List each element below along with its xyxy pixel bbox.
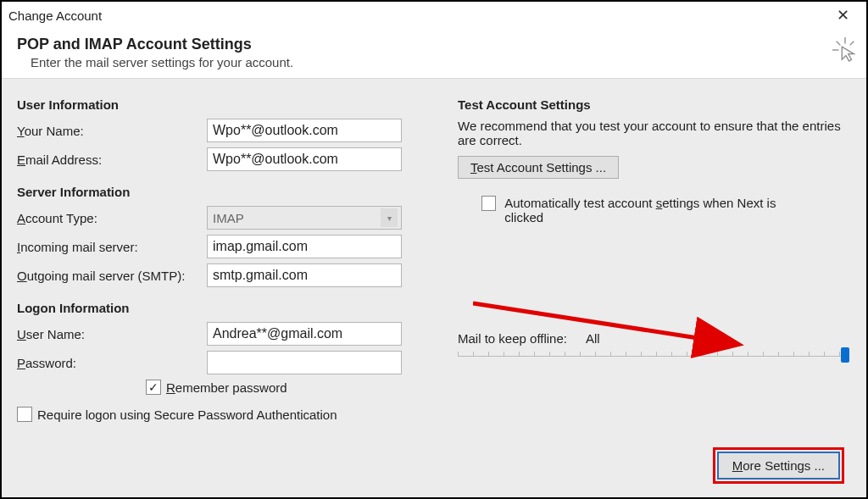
your-name-input[interactable] — [207, 119, 402, 142]
user-information-heading: User Information — [17, 97, 424, 112]
your-name-label: Your Name: — [17, 124, 207, 138]
mail-offline-slider[interactable] — [458, 351, 851, 358]
cursor-click-icon — [832, 37, 858, 63]
close-icon: ✕ — [837, 6, 849, 25]
mail-offline-area: Mail to keep offline: All — [458, 331, 851, 358]
account-type-label: Account Type: — [17, 211, 207, 225]
left-column: User Information Your Name: Email Addres… — [17, 94, 424, 491]
password-label: Password: — [17, 356, 207, 370]
window-title: Change Account — [8, 8, 826, 23]
remember-password-label: Remember password — [166, 380, 287, 395]
close-button[interactable]: ✕ — [826, 5, 860, 25]
page-subtitle: Enter the mail server settings for your … — [31, 55, 851, 69]
email-label: Email Address: — [17, 152, 207, 167]
auto-test-row[interactable]: Automatically test account settings when… — [481, 196, 804, 225]
remember-password-checkbox[interactable]: ✓ — [146, 380, 161, 395]
mail-offline-value: All — [586, 331, 600, 346]
your-name-row: Your Name: — [17, 119, 424, 142]
mail-offline-label: Mail to keep offline: — [458, 331, 567, 346]
account-type-value: IMAP — [213, 211, 381, 225]
incoming-server-input[interactable] — [207, 235, 402, 258]
dialog-body: User Information Your Name: Email Addres… — [2, 79, 866, 497]
test-settings-heading: Test Account Settings — [458, 97, 851, 112]
header-area: POP and IMAP Account Settings Enter the … — [2, 29, 866, 78]
outgoing-server-input[interactable] — [207, 263, 402, 287]
account-type-row: Account Type: IMAP ▾ — [17, 206, 424, 230]
account-type-select: IMAP ▾ — [207, 206, 402, 230]
remember-password-row[interactable]: ✓ Remember password — [146, 380, 424, 395]
password-input[interactable] — [207, 351, 402, 374]
slider-thumb[interactable] — [841, 347, 849, 363]
spa-label: Require logon using Secure Password Auth… — [37, 408, 337, 422]
password-row: Password: — [17, 351, 424, 374]
spa-checkbox[interactable] — [17, 407, 32, 422]
username-label: User Name: — [17, 327, 207, 341]
more-settings-highlight: More Settings ... — [713, 447, 844, 484]
spa-row[interactable]: Require logon using Secure Password Auth… — [17, 407, 424, 422]
incoming-server-label: Incoming mail server: — [17, 240, 207, 254]
outgoing-server-label: Outgoing mail server (SMTP): — [17, 269, 207, 283]
auto-test-label: Automatically test account settings when… — [504, 196, 804, 225]
change-account-window: Change Account ✕ POP and IMAP Account Se… — [0, 0, 868, 499]
annotation-arrow — [473, 278, 846, 363]
test-settings-text: We recommend that you test your account … — [458, 119, 851, 147]
email-input[interactable] — [207, 147, 402, 171]
right-column: Test Account Settings We recommend that … — [458, 94, 851, 491]
slider-ticks — [458, 352, 844, 357]
chevron-down-icon: ▾ — [381, 208, 398, 227]
email-row: Email Address: — [17, 147, 424, 171]
svg-line-3 — [850, 42, 854, 46]
logon-information-heading: Logon Information — [17, 301, 424, 315]
auto-test-checkbox[interactable] — [481, 196, 496, 211]
username-row: User Name: — [17, 322, 424, 346]
titlebar: Change Account ✕ — [2, 2, 866, 29]
server-information-heading: Server Information — [17, 185, 424, 199]
svg-line-2 — [837, 42, 841, 46]
more-settings-button[interactable]: More Settings ... — [717, 452, 840, 480]
outgoing-server-row: Outgoing mail server (SMTP): — [17, 263, 424, 287]
page-title: POP and IMAP Account Settings — [17, 36, 851, 53]
test-account-settings-button[interactable]: Test Account Settings ... — [458, 156, 619, 179]
incoming-server-row: Incoming mail server: — [17, 235, 424, 258]
username-input[interactable] — [207, 322, 402, 346]
